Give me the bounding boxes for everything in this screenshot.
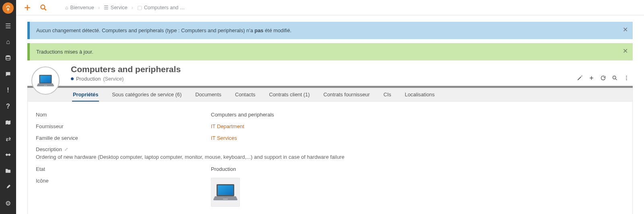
page-title: Computers and peripherals: [71, 64, 570, 74]
breadcrumb: ⌂ Bienvenue › ☰ Service › ▢ Computers an…: [65, 4, 185, 10]
status-dot: [71, 77, 74, 80]
alert-success: Traductions mises à jour. ✕: [27, 43, 633, 60]
value-name: Computers and peripherals: [211, 112, 274, 118]
svg-point-4: [41, 5, 45, 9]
value-family[interactable]: IT Services: [211, 135, 237, 141]
svg-point-5: [613, 76, 616, 79]
svg-point-8: [626, 79, 627, 80]
topbar: ⌂ Bienvenue › ☰ Service › ▢ Computers an…: [16, 0, 644, 15]
swap-icon[interactable]: ⇄: [0, 131, 16, 147]
tools-icon[interactable]: [0, 179, 16, 195]
close-icon[interactable]: ✕: [623, 26, 628, 33]
object-subtitle: Production (Service): [71, 76, 570, 82]
breadcrumb-service[interactable]: ☰ Service: [104, 4, 128, 10]
help-icon[interactable]: ?: [0, 98, 16, 114]
gear-icon[interactable]: ⚙: [0, 195, 16, 211]
alert-text: Aucun changement détecté. Computers and …: [36, 27, 291, 33]
folder-icon[interactable]: [0, 163, 16, 179]
value-state: Production: [211, 166, 236, 172]
label-family: Famille de service: [36, 135, 211, 141]
home-icon[interactable]: ⌂: [0, 34, 16, 50]
tab-documents[interactable]: Documents: [194, 88, 222, 101]
chevron-right-icon: ›: [98, 5, 100, 10]
value-description: Ordering of new hardware (Desktop comput…: [36, 154, 624, 160]
search-button[interactable]: [37, 1, 50, 14]
laptop-icon: [213, 183, 238, 202]
database-icon[interactable]: [0, 50, 16, 66]
alert-icon[interactable]: !: [0, 82, 16, 98]
svg-point-6: [626, 76, 627, 77]
close-icon[interactable]: ✕: [623, 47, 628, 55]
tab-customer-contracts[interactable]: Contrats client (1): [268, 88, 310, 101]
tab-locations[interactable]: Localisations: [404, 88, 436, 101]
breadcrumb-home[interactable]: ⌂ Bienvenue: [65, 5, 94, 10]
search-button[interactable]: [612, 75, 618, 81]
list-icon: ☰: [104, 4, 109, 10]
label-icon: Icône: [36, 178, 211, 184]
chat-icon[interactable]: [0, 66, 16, 82]
svg-point-7: [626, 77, 627, 78]
label-description: Description ⤢: [36, 146, 624, 152]
label-name: Nom: [36, 112, 211, 118]
map-icon[interactable]: [0, 114, 16, 131]
more-button[interactable]: [623, 75, 630, 81]
refresh-button[interactable]: [600, 75, 606, 81]
alert-info: Aucun changement détecté. Computers and …: [27, 22, 633, 39]
label-state: Etat: [36, 166, 211, 172]
chevron-right-icon: ›: [132, 5, 133, 10]
tab-contacts[interactable]: Contacts: [234, 88, 256, 101]
menu-icon[interactable]: ☰: [0, 18, 16, 34]
add-button[interactable]: [21, 1, 34, 14]
value-provider[interactable]: IT Department: [211, 123, 244, 129]
object-icon: [31, 66, 60, 95]
service-icon: ▢: [137, 4, 142, 10]
home-icon: ⌂: [65, 5, 68, 10]
properties-panel: Nom Computers and peripherals Fournisseu…: [27, 102, 633, 214]
expand-icon[interactable]: ⤢: [64, 147, 68, 152]
svg-point-3: [6, 55, 10, 57]
laptop-icon: [36, 74, 55, 87]
alert-text: Traductions mises à jour.: [36, 49, 93, 55]
edit-button[interactable]: [577, 75, 583, 81]
label-provider: Fournisseur: [36, 123, 211, 129]
app-logo[interactable]: [2, 2, 14, 14]
tab-properties[interactable]: Propriétés: [72, 88, 99, 102]
add-button[interactable]: [588, 75, 594, 81]
handshake-icon[interactable]: [0, 147, 16, 163]
left-sidebar: ☰ ⌂ ! ? ⇄ ⚙: [0, 0, 16, 214]
value-icon: [211, 178, 240, 207]
breadcrumb-current[interactable]: ▢ Computers and …: [137, 4, 185, 10]
object-actions: [577, 75, 630, 84]
tab-subcategories[interactable]: Sous catégories de service (6): [111, 88, 182, 101]
tab-cis[interactable]: CIs: [383, 88, 392, 101]
tab-bar: Propriétés Sous catégories de service (6…: [27, 88, 633, 102]
tab-provider-contracts[interactable]: Contrats fournisseur: [322, 88, 370, 101]
